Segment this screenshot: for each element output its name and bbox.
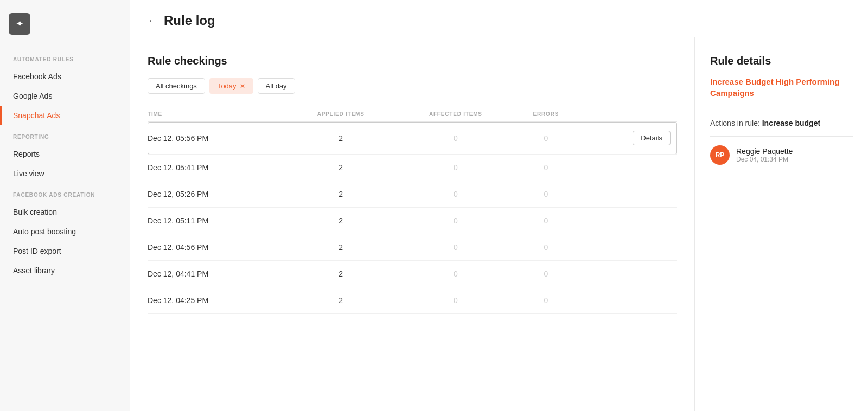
rule-table: TIME APPLIED ITEMS AFFECTED ITEMS ERRORS…: [148, 107, 677, 314]
table-row[interactable]: Dec 12, 04:41 PM200: [148, 261, 677, 287]
sidebar-item-reports[interactable]: Reports: [0, 144, 130, 164]
updated-date: Dec 04, 01:34 PM: [736, 156, 793, 163]
col-header-time: TIME: [148, 107, 287, 122]
divider-2: [710, 136, 853, 137]
app-logo[interactable]: ✦: [9, 13, 30, 35]
cell-time: Dec 12, 05:11 PM: [148, 208, 287, 234]
cell-applied-items: 2: [287, 234, 395, 261]
sidebar-item-asset-library[interactable]: Asset library: [0, 261, 130, 280]
divider-1: [710, 110, 853, 110]
cell-applied-items: 2: [287, 287, 395, 314]
table-row[interactable]: Dec 12, 04:56 PM200: [148, 234, 677, 261]
updated-by-row: RP Reggie Paquette Dec 04, 01:34 PM: [710, 145, 853, 165]
cell-errors: 0: [516, 261, 576, 287]
cell-time: Dec 12, 05:26 PM: [148, 181, 287, 208]
sidebar-item-live-view[interactable]: Live view: [0, 164, 130, 183]
cell-time: Dec 12, 04:56 PM: [148, 234, 287, 261]
filter-all-checkings[interactable]: All checkings: [148, 78, 205, 94]
main-content: ← Rule log Rule checkings All checkings …: [130, 0, 868, 411]
cell-action: [576, 208, 677, 234]
sidebar-section-automated-rules: Automated Rules: [0, 48, 130, 67]
rule-details-title: Rule details: [710, 55, 853, 67]
details-button[interactable]: Details: [633, 131, 671, 145]
page-title: Rule log: [164, 13, 215, 28]
cell-errors: 0: [516, 287, 576, 314]
cell-affected-items: 0: [395, 155, 516, 181]
sidebar-section-reporting: Reporting: [0, 125, 130, 144]
logo-icon: ✦: [16, 18, 24, 30]
cell-applied-items: 2: [287, 155, 395, 181]
cell-affected-items: 0: [395, 181, 516, 208]
rule-name-link[interactable]: Increase Budget High Performing Campaign…: [710, 76, 853, 99]
filter-today-clear-icon[interactable]: ✕: [240, 82, 245, 90]
actions-in-rule: Actions in rule: Increase budget: [710, 119, 853, 127]
cell-applied-items: 2: [287, 208, 395, 234]
cell-time: Dec 12, 04:25 PM: [148, 287, 287, 314]
cell-errors: 0: [516, 181, 576, 208]
actions-in-rule-label: Actions in rule:: [710, 119, 760, 127]
cell-action: [576, 261, 677, 287]
cell-affected-items: 0: [395, 208, 516, 234]
col-header-errors: ERRORS: [516, 107, 576, 122]
cell-action: [576, 287, 677, 314]
cell-errors: 0: [516, 208, 576, 234]
table-row[interactable]: Dec 12, 05:41 PM200: [148, 155, 677, 181]
main-body: Rule checkings All checkings Today ✕ All…: [130, 37, 868, 411]
cell-affected-items: 0: [395, 287, 516, 314]
back-button[interactable]: ←: [148, 15, 157, 27]
col-header-applied: APPLIED ITEMS: [287, 107, 395, 122]
cell-affected-items: 0: [395, 122, 516, 155]
cell-time: Dec 12, 04:41 PM: [148, 261, 287, 287]
filter-today[interactable]: Today ✕: [209, 78, 253, 94]
table-row[interactable]: Dec 12, 05:11 PM200: [148, 208, 677, 234]
filter-bar: All checkings Today ✕ All day: [148, 78, 677, 94]
updater-name: Reggie Paquette: [736, 147, 793, 156]
table-row[interactable]: Dec 12, 05:56 PM200Details: [148, 122, 677, 155]
cell-action: [576, 181, 677, 208]
sidebar-item-facebook-ads[interactable]: Facebook Ads: [0, 67, 130, 86]
action-value: Increase budget: [762, 119, 820, 127]
cell-errors: 0: [516, 155, 576, 181]
sidebar-item-auto-post-boosting[interactable]: Auto post boosting: [0, 222, 130, 241]
cell-affected-items: 0: [395, 234, 516, 261]
rule-checkings-title: Rule checkings: [148, 55, 677, 67]
cell-applied-items: 2: [287, 261, 395, 287]
filter-all-day[interactable]: All day: [258, 78, 295, 94]
cell-applied-items: 2: [287, 122, 395, 155]
sidebar-section-fb-creation: Facebook Ads Creation: [0, 183, 130, 202]
sidebar-item-google-ads[interactable]: Google Ads: [0, 86, 130, 106]
cell-action: [576, 234, 677, 261]
updated-info: Reggie Paquette Dec 04, 01:34 PM: [736, 147, 793, 163]
sidebar-item-post-id-export[interactable]: Post ID export: [0, 241, 130, 261]
avatar: RP: [710, 145, 730, 165]
sidebar-item-snapchat-ads[interactable]: Snapchat Ads: [0, 106, 130, 125]
table-row[interactable]: Dec 12, 04:25 PM200: [148, 287, 677, 314]
cell-errors: 0: [516, 234, 576, 261]
cell-time: Dec 12, 05:41 PM: [148, 155, 287, 181]
rule-details-panel: Rule details Increase Budget High Perfor…: [694, 37, 868, 411]
cell-applied-items: 2: [287, 181, 395, 208]
sidebar: ✦ Automated Rules Facebook Ads Google Ad…: [0, 0, 130, 411]
page-header: ← Rule log: [130, 0, 868, 37]
table-header-row: TIME APPLIED ITEMS AFFECTED ITEMS ERRORS: [148, 107, 677, 122]
sidebar-item-bulk-creation[interactable]: Bulk creation: [0, 202, 130, 222]
col-header-affected: AFFECTED ITEMS: [395, 107, 516, 122]
table-row[interactable]: Dec 12, 05:26 PM200: [148, 181, 677, 208]
rule-checkings-panel: Rule checkings All checkings Today ✕ All…: [130, 37, 694, 411]
cell-errors: 0: [516, 122, 576, 155]
cell-time: Dec 12, 05:56 PM: [148, 122, 287, 155]
filter-today-label: Today: [218, 82, 237, 90]
cell-action: [576, 155, 677, 181]
cell-action[interactable]: Details: [576, 122, 677, 155]
cell-affected-items: 0: [395, 261, 516, 287]
